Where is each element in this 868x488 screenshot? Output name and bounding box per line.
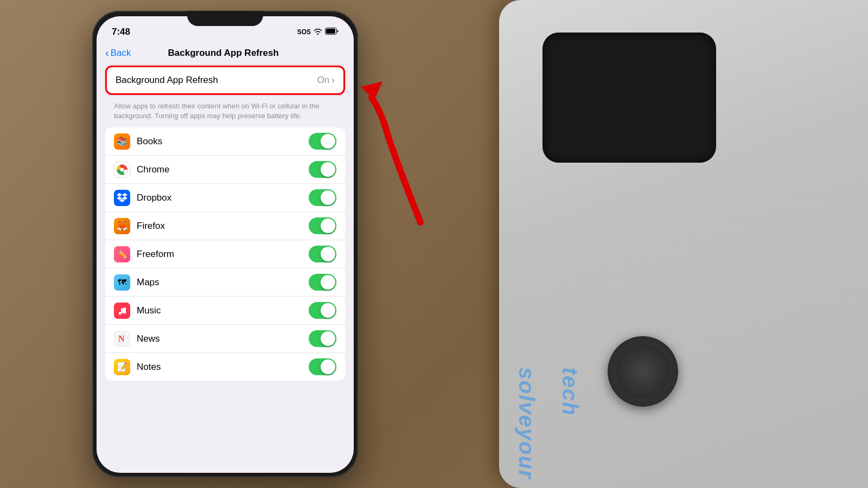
toggle-knob bbox=[321, 162, 335, 177]
app-name-firefox: Firefox bbox=[137, 221, 302, 232]
status-icons: SOS bbox=[297, 28, 339, 36]
app-row[interactable]: 📚Books bbox=[105, 127, 345, 156]
svg-text:N: N bbox=[118, 334, 125, 343]
toggle-knob bbox=[321, 190, 335, 205]
toggle-knob bbox=[321, 331, 335, 346]
case-camera-cutout bbox=[542, 33, 716, 163]
app-icon-news: N bbox=[114, 331, 130, 347]
screen-content: 7:48 SOS bbox=[97, 16, 354, 473]
app-row[interactable]: Music bbox=[105, 297, 345, 325]
toggle-maps[interactable] bbox=[309, 274, 336, 291]
app-icon-dropbox bbox=[114, 190, 130, 206]
popsocket bbox=[608, 336, 678, 407]
row-chevron-icon: › bbox=[331, 75, 335, 86]
row-value: On › bbox=[317, 75, 335, 86]
app-row[interactable]: 🗺Maps bbox=[105, 268, 345, 297]
app-row[interactable]: Chrome bbox=[105, 156, 345, 184]
nav-title: Background App Refresh bbox=[104, 48, 343, 59]
app-name-freeform: Freeform bbox=[137, 249, 302, 260]
svg-point-5 bbox=[119, 312, 122, 314]
toggle-knob bbox=[321, 275, 335, 290]
battery-icon bbox=[325, 28, 339, 36]
app-row[interactable]: ✏️Freeform bbox=[105, 240, 345, 268]
toggle-books[interactable] bbox=[309, 133, 336, 150]
sos-label: SOS bbox=[297, 28, 311, 36]
case-brand-text2: tech bbox=[558, 368, 582, 416]
app-icon-music bbox=[114, 303, 130, 319]
phone-wrapper: 7:48 SOS bbox=[92, 11, 358, 477]
toggle-knob bbox=[321, 134, 335, 149]
row-label: Background App Refresh bbox=[116, 75, 218, 86]
nav-header: ‹ Back Background App Refresh bbox=[97, 42, 354, 63]
phone-frame: 7:48 SOS bbox=[92, 11, 358, 477]
toggle-dropbox[interactable] bbox=[309, 189, 336, 206]
toggle-knob bbox=[321, 219, 335, 233]
toggle-firefox[interactable] bbox=[309, 217, 336, 234]
app-icon-notes: 📝 bbox=[114, 359, 130, 375]
app-icon-firefox: 🦊 bbox=[114, 218, 130, 234]
case-brand-text: solveyour bbox=[514, 368, 539, 480]
svg-point-4 bbox=[120, 168, 124, 171]
phone-notch bbox=[187, 11, 263, 26]
description-text: Allow apps to refresh their content when… bbox=[97, 97, 354, 127]
phone-screen: 7:48 SOS bbox=[97, 16, 354, 473]
toggle-knob bbox=[321, 247, 335, 261]
toggle-news[interactable] bbox=[309, 330, 336, 347]
toggle-knob bbox=[321, 359, 335, 374]
app-icon-maps: 🗺 bbox=[114, 274, 130, 291]
app-name-chrome: Chrome bbox=[137, 164, 302, 175]
app-name-music: Music bbox=[137, 305, 302, 316]
app-icon-freeform: ✏️ bbox=[114, 246, 130, 262]
toggle-freeform[interactable] bbox=[309, 246, 336, 262]
toggle-music[interactable] bbox=[309, 302, 336, 319]
background-refresh-row[interactable]: Background App Refresh On › bbox=[105, 66, 345, 95]
app-icon-chrome bbox=[114, 162, 130, 178]
app-name-notes: Notes bbox=[137, 362, 302, 373]
app-name-maps: Maps bbox=[137, 277, 302, 288]
toggle-chrome[interactable] bbox=[309, 161, 336, 178]
app-list: 📚BooksChromeDropbox🦊Firefox✏️Freeform🗺Ma… bbox=[105, 127, 345, 381]
app-row[interactable]: 📝Notes bbox=[105, 353, 345, 381]
app-row[interactable]: NNews bbox=[105, 325, 345, 353]
toggle-notes[interactable] bbox=[309, 358, 336, 375]
app-name-dropbox: Dropbox bbox=[137, 192, 302, 203]
app-name-books: Books bbox=[137, 136, 302, 147]
phone-case: solveyour tech bbox=[499, 0, 868, 488]
app-row[interactable]: Dropbox bbox=[105, 184, 345, 212]
status-time: 7:48 bbox=[112, 27, 130, 37]
app-icon-books: 📚 bbox=[114, 133, 130, 150]
svg-point-6 bbox=[124, 311, 126, 313]
row-value-text: On bbox=[317, 75, 330, 86]
popsocket-inner bbox=[616, 344, 670, 399]
svg-rect-1 bbox=[326, 29, 335, 34]
toggle-knob bbox=[321, 303, 335, 318]
wifi-icon bbox=[314, 28, 322, 36]
app-row[interactable]: 🦊Firefox bbox=[105, 212, 345, 240]
app-name-news: News bbox=[137, 333, 302, 344]
